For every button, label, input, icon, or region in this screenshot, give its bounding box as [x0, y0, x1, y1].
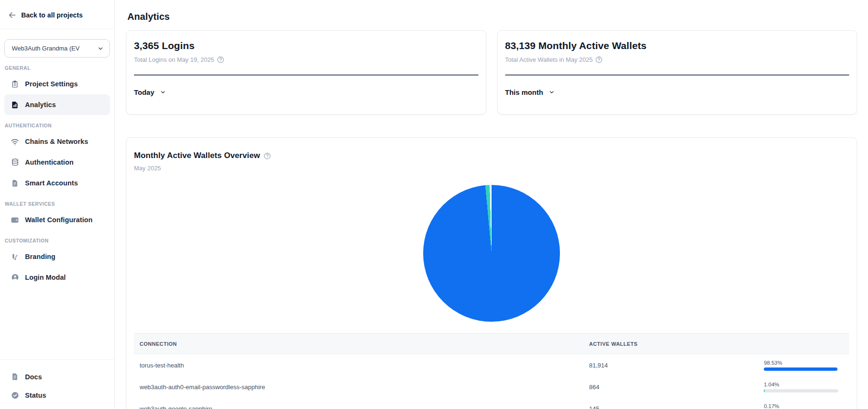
back-link-label: Back to all projects	[21, 11, 83, 19]
chevron-down-icon	[97, 45, 104, 52]
chevron-down-icon	[160, 89, 166, 95]
sidebar-item-status[interactable]: Status	[4, 386, 110, 404]
section-label-customization: CUSTOMIZATION	[5, 238, 114, 243]
chevron-down-icon	[549, 89, 555, 95]
sidebar-item-label: Docs	[25, 373, 42, 381]
sidebar-item-label: Authentication	[25, 159, 74, 166]
percent-cell: 0.17%	[764, 403, 849, 409]
status-icon	[10, 391, 19, 400]
sidebar-item-login-modal[interactable]: Login Modal	[4, 267, 110, 288]
percent-bar-track	[764, 389, 838, 392]
sidebar-header: Back to all projects	[0, 0, 114, 29]
connection-cell: web3auth-google-sapphire	[134, 405, 584, 409]
sidebar-item-analytics[interactable]: Analytics	[4, 94, 110, 115]
table-row[interactable]: web3auth-google-sapphire 145 0.17%	[134, 398, 849, 409]
sidebar-item-label: Branding	[25, 253, 55, 260]
sidebar-nav: GENERAL Project Settings Analytics AUTHE…	[0, 58, 114, 288]
sidebar-item-label: Analytics	[25, 101, 56, 109]
active-wallets-cell: 864	[584, 384, 764, 391]
login-modal-icon	[10, 273, 19, 282]
smart-accounts-icon	[10, 179, 19, 188]
column-header-active-wallets: ACTIVE WALLETS	[584, 341, 764, 347]
connection-cell: torus-test-health	[134, 362, 584, 369]
project-selector-value: Web3Auth Grandma (EV	[12, 45, 80, 52]
sidebar-item-label: Wallet Configuration	[25, 216, 92, 224]
active-wallets-pie-chart	[423, 185, 560, 322]
branding-icon	[10, 252, 19, 261]
logins-subtitle: Total Logins on May 19, 2025	[134, 56, 214, 63]
card-divider	[134, 75, 478, 75]
percent-bar-track	[764, 367, 838, 371]
chart-subtitle: May 2025	[134, 165, 849, 172]
active-wallets-subtitle: Total Active Wallets in May 2025	[505, 56, 593, 63]
arrow-left-icon	[8, 10, 17, 19]
sidebar-item-branding[interactable]: Branding	[4, 246, 110, 267]
connection-cell: web3auth-auth0-email-passwordless-sapphi…	[134, 384, 584, 391]
analytics-icon	[10, 100, 19, 109]
percent-cell: 1.04%	[764, 382, 849, 392]
sidebar-footer: Docs Status	[0, 359, 114, 409]
main-content: Analytics 3,365 Logins Total Logins on M…	[115, 0, 868, 409]
percent-cell: 98.53%	[764, 360, 849, 371]
section-label-wallet-services: WALLET SERVICES	[5, 201, 114, 207]
percent-label: 0.17%	[764, 403, 846, 409]
logins-range-selector[interactable]: Today	[134, 88, 166, 96]
sidebar-item-project-settings[interactable]: Project Settings	[4, 74, 110, 94]
page-title: Analytics	[127, 11, 857, 22]
project-selector[interactable]: Web3Auth Grandma (EV	[4, 39, 110, 58]
sidebar-item-label: Status	[25, 392, 46, 399]
back-to-projects-link[interactable]: Back to all projects	[8, 10, 83, 19]
sidebar-item-chains-networks[interactable]: Chains & Networks	[4, 131, 110, 152]
logins-stat-card: 3,365 Logins Total Logins on May 19, 202…	[126, 30, 486, 115]
logins-subtitle-row: Total Logins on May 19, 2025	[134, 56, 478, 63]
chains-networks-icon	[10, 137, 19, 146]
table-body: torus-test-health 81,914 98.53% web3auth…	[134, 354, 849, 409]
table-row[interactable]: web3auth-auth0-email-passwordless-sapphi…	[134, 376, 849, 398]
active-wallets-subtitle-row: Total Active Wallets in May 2025	[505, 56, 850, 63]
card-divider	[505, 75, 850, 75]
authentication-icon	[10, 158, 19, 167]
section-label-general: GENERAL	[5, 65, 114, 71]
project-settings-icon	[10, 80, 19, 89]
sidebar-item-docs[interactable]: Docs	[4, 367, 110, 386]
help-icon[interactable]	[217, 56, 224, 63]
percent-bar-fill	[764, 389, 765, 392]
sidebar-item-label: Chains & Networks	[25, 138, 88, 145]
sidebar-item-label: Smart Accounts	[25, 179, 78, 187]
percent-label: 1.04%	[764, 382, 846, 387]
docs-icon	[10, 372, 19, 381]
active-wallets-stat-card: 83,139 Monthly Active Wallets Total Acti…	[497, 30, 858, 115]
table-header-row: CONNECTION ACTIVE WALLETS	[134, 333, 849, 354]
connections-table: CONNECTION ACTIVE WALLETS torus-test-hea…	[134, 333, 849, 409]
help-icon[interactable]	[595, 56, 602, 63]
wallet-icon	[10, 216, 19, 225]
logins-value: 3,365 Logins	[134, 40, 478, 51]
sidebar-item-authentication[interactable]: Authentication	[4, 152, 110, 173]
help-icon[interactable]	[264, 152, 271, 159]
active-wallets-cell: 81,914	[584, 362, 764, 369]
column-header-connection: CONNECTION	[134, 341, 584, 347]
sidebar-item-smart-accounts[interactable]: Smart Accounts	[4, 173, 110, 193]
active-wallets-value: 83,139 Monthly Active Wallets	[505, 40, 850, 51]
wallets-overview-card: Monthly Active Wallets Overview May 2025…	[126, 137, 857, 409]
active-wallets-range-selector[interactable]: This month	[505, 88, 555, 96]
sidebar-item-label: Project Settings	[25, 80, 78, 88]
app-root: Back to all projects Web3Auth Grandma (E…	[0, 0, 868, 409]
table-row[interactable]: torus-test-health 81,914 98.53%	[134, 354, 849, 376]
percent-label: 98.53%	[764, 360, 846, 366]
sidebar: Back to all projects Web3Auth Grandma (E…	[0, 0, 115, 409]
active-wallets-range-value: This month	[505, 88, 543, 96]
sidebar-item-label: Login Modal	[25, 274, 66, 281]
sidebar-item-wallet-configuration[interactable]: Wallet Configuration	[4, 209, 110, 230]
chart-title: Monthly Active Wallets Overview	[134, 151, 260, 160]
stat-cards-row: 3,365 Logins Total Logins on May 19, 202…	[126, 30, 857, 115]
section-label-authentication: AUTHENTICATION	[5, 123, 114, 128]
chart-title-row: Monthly Active Wallets Overview	[134, 151, 849, 160]
logins-range-value: Today	[134, 88, 154, 96]
percent-bar-fill	[764, 367, 837, 371]
active-wallets-cell: 145	[584, 405, 764, 409]
